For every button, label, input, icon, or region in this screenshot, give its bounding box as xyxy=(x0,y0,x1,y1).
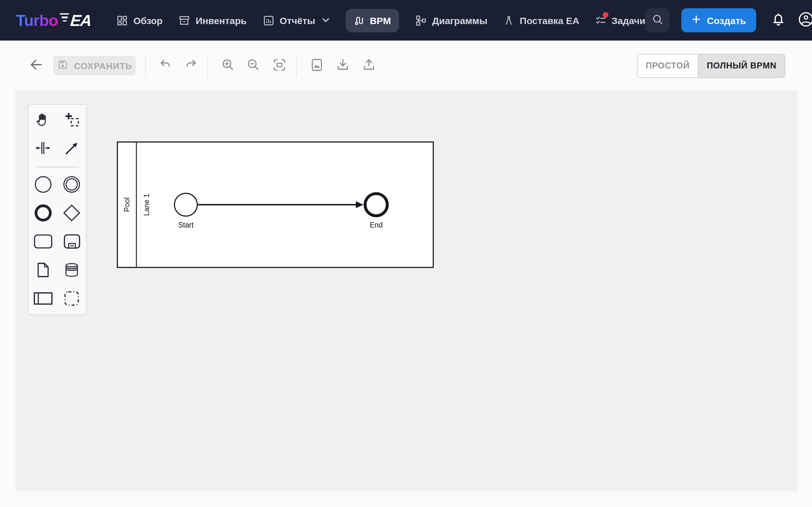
export-image-button[interactable] xyxy=(310,57,324,74)
back-button[interactable] xyxy=(29,57,44,74)
download-icon xyxy=(336,57,350,74)
nav-item-label: Задачи xyxy=(612,15,645,26)
notifications-button[interactable] xyxy=(771,11,786,29)
create-end-event-tool[interactable] xyxy=(29,200,57,228)
palette-tools-group xyxy=(29,107,86,164)
undo-icon xyxy=(159,58,172,73)
nav-item-overview[interactable]: Обзор xyxy=(117,15,162,26)
tasks-badge-dot xyxy=(603,12,608,18)
nav-item-reports[interactable]: Отчёты xyxy=(263,15,329,26)
top-navbar: Turbo EA Обзор xyxy=(0,0,812,41)
logo-ea-text: EA xyxy=(70,11,93,30)
toolbar-divider xyxy=(296,54,297,77)
nav-item-label: Диаграммы xyxy=(432,15,488,26)
fit-screen-icon xyxy=(272,57,287,74)
fit-screen-button[interactable] xyxy=(272,57,287,74)
editor-toolbar: СОХРАНИТЬ xyxy=(0,41,812,91)
arrow-left-icon xyxy=(29,57,44,74)
create-task-tool[interactable] xyxy=(29,228,57,257)
lasso-tool-icon xyxy=(64,112,80,130)
create-group-tool[interactable] xyxy=(57,285,86,314)
pool-label: Pool xyxy=(123,198,131,212)
nav-item-label: Поставка ЕА xyxy=(520,15,579,26)
group-dashed-icon xyxy=(64,291,80,308)
create-data-object-tool[interactable] xyxy=(29,257,57,285)
start-event-node[interactable] xyxy=(174,193,197,216)
reports-icon xyxy=(263,15,274,26)
space-tool[interactable] xyxy=(29,135,57,164)
space-tool-icon xyxy=(35,141,52,158)
app-root: Turbo EA Обзор xyxy=(0,0,812,507)
create-participant-tool[interactable] xyxy=(29,285,57,314)
search-button[interactable] xyxy=(646,8,670,32)
account-circle-icon xyxy=(798,11,812,29)
upload-icon xyxy=(362,57,376,74)
mode-full-bpmn-button[interactable]: ПОЛНЫЙ BPMN xyxy=(698,54,785,77)
nav-item-diagrams[interactable]: Диаграммы xyxy=(416,15,488,26)
logo-turbo-text: Turbo xyxy=(16,11,58,30)
connection-arrow-icon xyxy=(64,140,80,158)
bpm-icon xyxy=(354,15,364,26)
nav-item-tasks[interactable]: Задачи xyxy=(596,15,645,26)
intermediate-event-icon xyxy=(63,175,81,195)
task-rect-icon xyxy=(34,233,53,251)
zoom-out-icon xyxy=(246,57,261,74)
nav-item-bpm[interactable]: BPM xyxy=(346,9,399,32)
end-event-node[interactable] xyxy=(365,193,387,216)
zoom-out-button[interactable] xyxy=(246,57,261,74)
diagram-canvas[interactable]: Pool Lane 1 Start End xyxy=(15,91,798,491)
create-button-label: Создать xyxy=(707,15,746,26)
connection-tool[interactable] xyxy=(57,135,86,164)
tasks-icon-wrap xyxy=(596,15,606,25)
mode-simple-button[interactable]: ПРОСТОЙ xyxy=(637,54,698,77)
zoom-in-button[interactable] xyxy=(221,57,235,74)
save-button-label: СОХРАНИТЬ xyxy=(74,60,132,71)
undo-button[interactable] xyxy=(159,58,172,73)
chevron-down-icon xyxy=(322,18,329,23)
lane-label: Lane 1 xyxy=(142,193,151,216)
toolbar-divider xyxy=(207,54,208,77)
nav-item-label: Обзор xyxy=(133,15,162,26)
gateway-diamond-icon xyxy=(62,203,82,225)
upload-button[interactable] xyxy=(362,57,376,74)
start-event-label: Start xyxy=(178,221,194,229)
data-object-icon xyxy=(37,262,49,280)
plus-icon xyxy=(692,14,701,26)
create-data-store-tool[interactable] xyxy=(57,257,86,285)
logo-ea-wrap: EA xyxy=(71,11,91,30)
image-icon xyxy=(310,57,324,74)
end-event-icon xyxy=(34,204,52,224)
app-logo[interactable]: Turbo EA xyxy=(16,11,91,30)
create-button[interactable]: Создать xyxy=(681,8,756,32)
lasso-tool[interactable] xyxy=(57,107,86,135)
data-store-cylinder-icon xyxy=(64,262,80,280)
palette-divider xyxy=(36,167,79,167)
inventory-icon xyxy=(179,15,190,26)
create-subprocess-tool[interactable] xyxy=(57,228,86,257)
end-event-label: End xyxy=(370,221,383,229)
dashboard-icon xyxy=(117,15,128,26)
bpmn-pool[interactable]: Pool Lane 1 Start End xyxy=(117,141,434,268)
hand-tool[interactable] xyxy=(29,107,57,135)
create-intermediate-event-tool[interactable] xyxy=(57,171,86,200)
save-floppy-icon xyxy=(57,59,68,72)
create-start-event-tool[interactable] xyxy=(29,171,57,200)
start-event-icon xyxy=(34,175,52,195)
user-avatar-button[interactable] xyxy=(798,11,812,29)
nav-item-inventory[interactable]: Инвентарь xyxy=(179,15,247,26)
download-button[interactable] xyxy=(336,57,350,74)
navbar-right-group: Создать xyxy=(646,8,812,32)
create-gateway-tool[interactable] xyxy=(57,200,86,228)
logo-speed-lines xyxy=(59,13,71,23)
tool-palette xyxy=(28,104,87,315)
redo-button[interactable] xyxy=(184,58,198,73)
palette-elements-group xyxy=(29,171,86,314)
save-button[interactable]: СОХРАНИТЬ xyxy=(53,56,136,75)
architecture-compass-icon xyxy=(504,15,514,26)
nav-item-ea-delivery[interactable]: Поставка ЕА xyxy=(504,15,579,26)
hand-tool-icon xyxy=(35,112,51,130)
redo-icon xyxy=(184,58,198,73)
search-icon xyxy=(652,13,664,27)
subprocess-icon xyxy=(63,233,81,251)
diagrams-icon xyxy=(416,15,426,26)
